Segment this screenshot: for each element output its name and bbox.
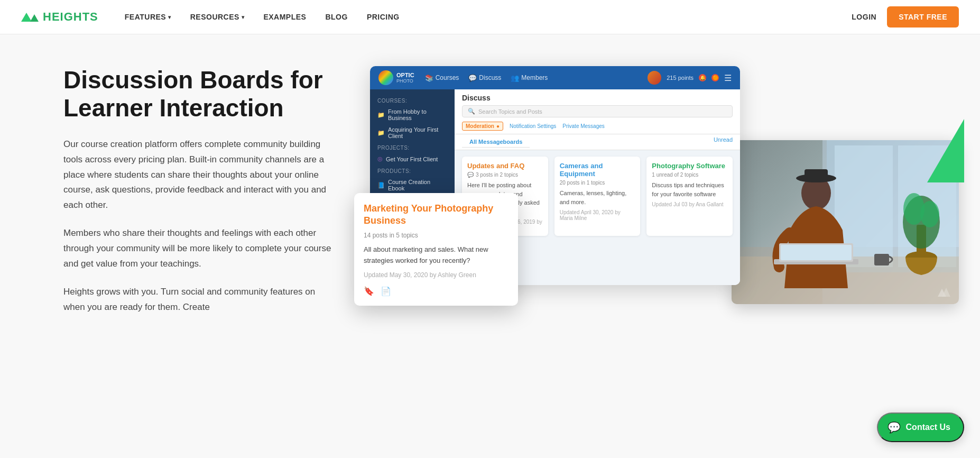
- card-meta: 💬 3 posts in 2 topics: [467, 172, 543, 178]
- board-nav-members[interactable]: 👥 Members: [511, 74, 548, 82]
- card-title: Photography Software: [652, 162, 727, 170]
- notification-settings-link[interactable]: Notification Settings: [510, 123, 556, 129]
- card-updated: Updated Jul 03 by Ana Gallant: [652, 201, 727, 207]
- board-nav-items: 📚 Courses 💬 Discuss 👥 Members: [425, 74, 637, 82]
- board-card-2: Photography Software 1 unread of 2 topic…: [646, 157, 733, 236]
- sidebar-item-label: From Hobby to Business: [388, 108, 447, 121]
- hero-body-3: Heights grows with you. Turn social and …: [63, 285, 338, 315]
- logo-text: HEIGHTS: [43, 10, 98, 24]
- courses-icon: 📚: [425, 74, 433, 82]
- product-icon: 📘: [377, 182, 385, 189]
- sidebar-item-label: Get Your First Client: [386, 156, 438, 162]
- featured-card-updated: Updated May 30, 2020 by Ashley Green: [364, 271, 509, 279]
- card-title: Updates and FAQ: [467, 162, 543, 170]
- hero-body-1: Our course creation platform offers comp…: [63, 137, 338, 213]
- project-icon: ◎: [377, 155, 383, 162]
- bookmark-icon: 🔖: [364, 286, 374, 296]
- alert-badge[interactable]: 🟠: [711, 74, 719, 81]
- moderation-badge[interactable]: Moderation ●: [462, 122, 503, 131]
- search-icon: 🔍: [468, 108, 475, 115]
- login-button[interactable]: LOGIN: [852, 13, 876, 21]
- nav-item-pricing[interactable]: PRICING: [367, 13, 400, 21]
- messageboards-bar: All Messageboards Unread: [455, 134, 740, 150]
- hamburger-icon[interactable]: ☰: [724, 73, 732, 83]
- featured-card: Marketing Your Photography Business 14 p…: [354, 193, 518, 306]
- all-messageboards-link[interactable]: All Messageboards: [462, 136, 530, 148]
- sidebar-courses-label: Courses:: [370, 95, 455, 106]
- logo-icon: [21, 13, 39, 22]
- sidebar-item-hobby[interactable]: 📁 From Hobby to Business: [370, 106, 455, 124]
- card-updated: Updated April 30, 2020 by Maria Milne: [560, 209, 635, 221]
- folder-icon: 📁: [377, 112, 385, 118]
- svg-rect-9: [781, 245, 852, 260]
- svg-rect-6: [805, 169, 828, 181]
- featured-card-footer: 🔖 📄: [364, 286, 509, 296]
- hero-body-2: Members who share their thoughts and fee…: [63, 226, 338, 272]
- card-title: Cameras and Equipment: [560, 162, 635, 178]
- nav-item-resources[interactable]: RESOURCES ▾: [190, 13, 245, 21]
- alert-count: ●: [496, 123, 500, 129]
- card-desc: Discuss tips and techniques for your fav…: [652, 181, 727, 198]
- board-logo-text-area: OPTIC PHOTO: [396, 72, 414, 84]
- card-meta: 20 posts in 1 topics: [560, 180, 635, 186]
- search-placeholder: Search Topics and Posts: [478, 108, 542, 115]
- posts-icon: 💬: [467, 172, 474, 178]
- sidebar-projects-label: Projects:: [370, 142, 455, 153]
- left-text: Discussion Boards for Learner Interactio…: [63, 66, 338, 315]
- featured-card-title: Marketing Your Photography Business: [364, 203, 509, 227]
- svg-rect-15: [874, 254, 889, 265]
- chat-icon: 💬: [887, 421, 901, 434]
- document-icon: 📄: [381, 286, 391, 296]
- board-nav-right: 215 points 🔔 🟠 ☰: [648, 71, 732, 85]
- featured-card-meta: 14 posts in 5 topics: [364, 232, 509, 239]
- board-logo: OPTIC PHOTO: [378, 70, 414, 85]
- chevron-down-icon: ▾: [242, 14, 245, 20]
- featured-card-desc: All about marketing and sales. What new …: [364, 244, 509, 267]
- green-triangle-decoration: [927, 119, 964, 182]
- board-nav-courses[interactable]: 📚 Courses: [425, 74, 459, 82]
- sidebar-item-label: Course Creation Ebook: [388, 179, 447, 191]
- heights-watermark: [938, 283, 954, 299]
- points-label: 215 points: [667, 75, 694, 81]
- discuss-icon: 💬: [468, 74, 477, 82]
- nav-item-features[interactable]: FEATURES ▾: [125, 13, 171, 21]
- board-nav-discuss[interactable]: 💬 Discuss: [468, 74, 501, 82]
- discuss-title: Discuss: [462, 94, 733, 102]
- photo-image: [732, 140, 959, 304]
- nav-links: FEATURES ▾ RESOURCES ▾ EXAMPLES BLOG PRI…: [125, 13, 852, 21]
- notification-badge[interactable]: 🔔: [699, 74, 706, 81]
- scene-illustration: [732, 140, 959, 304]
- card-desc: Cameras, lenses, lighting, and more.: [560, 189, 635, 206]
- unread-link[interactable]: Unread: [714, 136, 733, 148]
- board-logo-circle: [378, 70, 393, 85]
- nav-item-examples[interactable]: EXAMPLES: [263, 13, 306, 21]
- sidebar-item-acquiring[interactable]: 📁 Acquiring Your First Client: [370, 124, 455, 142]
- logo-triangle-2: [30, 14, 39, 22]
- board-topnav: OPTIC PHOTO 📚 Courses 💬 Discuss 👥: [370, 66, 740, 89]
- search-bar[interactable]: 🔍 Search Topics and Posts: [462, 105, 733, 117]
- hero-title: Discussion Boards for Learner Interactio…: [63, 66, 338, 122]
- start-free-button[interactable]: START FREE: [887, 6, 959, 28]
- sidebar-item-product-1[interactable]: 📘 Course Creation Ebook: [370, 176, 455, 194]
- nav-item-blog[interactable]: BLOG: [325, 13, 347, 21]
- logo-area[interactable]: HEIGHTS: [21, 10, 98, 24]
- private-messages-link[interactable]: Private Messages: [562, 123, 604, 129]
- nav-right: LOGIN START FREE: [852, 6, 959, 28]
- navbar: HEIGHTS FEATURES ▾ RESOURCES ▾ EXAMPLES …: [0, 0, 980, 34]
- contact-us-label: Contact Us: [906, 423, 950, 432]
- sidebar-item-label: Acquiring Your First Client: [388, 126, 447, 139]
- avatar: [648, 71, 661, 85]
- contact-us-button[interactable]: 💬 Contact Us: [877, 413, 964, 442]
- folder-icon: 📁: [377, 130, 385, 136]
- photo-placeholder: [732, 140, 959, 304]
- discuss-actions: Moderation ● Notification Settings Priva…: [462, 122, 733, 131]
- board-discuss-header: Discuss 🔍 Search Topics and Posts Modera…: [455, 89, 740, 134]
- card-meta: 1 unread of 2 topics: [652, 172, 727, 178]
- board-card-1: Cameras and Equipment 20 posts in 1 topi…: [554, 157, 641, 236]
- members-icon: 👥: [511, 74, 519, 82]
- right-visual: OPTIC PHOTO 📚 Courses 💬 Discuss 👥: [370, 66, 938, 341]
- chevron-down-icon: ▾: [168, 14, 171, 20]
- sidebar-products-label: Products:: [370, 165, 455, 176]
- svg-point-13: [920, 201, 939, 227]
- sidebar-item-project[interactable]: ◎ Get Your First Client: [370, 153, 455, 165]
